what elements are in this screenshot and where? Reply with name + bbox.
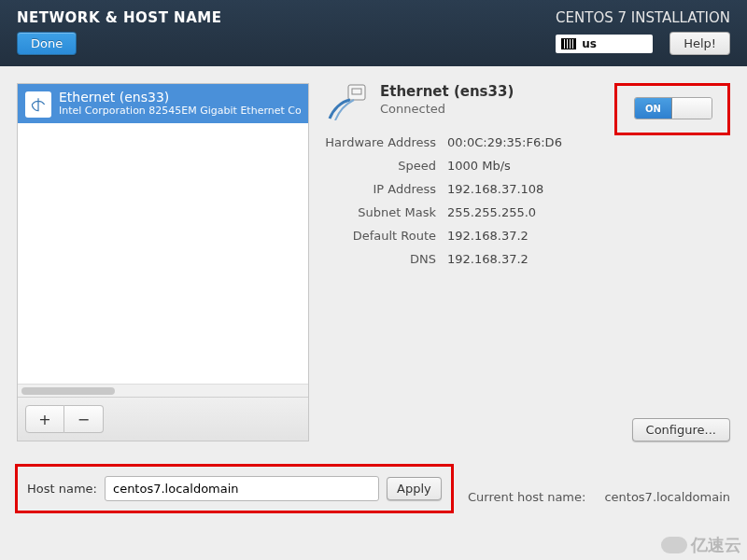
installer-title: CENTOS 7 INSTALLATION [556, 9, 730, 26]
network-device-list: Ethernet (ens33) Intel Corporation 82545… [17, 83, 309, 441]
detail-label: Subnet Mask [324, 205, 436, 219]
toggle-on-label: ON [635, 98, 672, 119]
keyboard-icon [561, 38, 576, 49]
detail-label: Default Route [324, 229, 436, 243]
done-button[interactable]: Done [17, 32, 77, 55]
ethernet-cable-icon [324, 83, 369, 120]
hardware-address-value: 00:0C:29:35:F6:D6 [447, 135, 730, 149]
interface-details: Hardware Address 00:0C:29:35:F6:D6 Speed… [324, 135, 730, 266]
speed-value: 1000 Mb/s [447, 159, 730, 173]
device-list-item[interactable]: Ethernet (ens33) Intel Corporation 82545… [18, 84, 308, 123]
ethernet-icon [25, 91, 51, 118]
hostname-label: Host name: [27, 482, 97, 496]
page-title: NETWORK & HOST NAME [17, 9, 221, 26]
device-item-name: Ethernet (ens33) [59, 90, 301, 105]
help-button[interactable]: Help! [669, 32, 730, 55]
svg-rect-0 [348, 85, 365, 100]
configure-button[interactable]: Configure... [632, 418, 730, 441]
hostname-section-highlight: Host name: Apply [15, 464, 454, 513]
apply-hostname-button[interactable]: Apply [387, 477, 442, 500]
detail-label: Speed [324, 159, 436, 173]
detail-label: IP Address [324, 182, 436, 196]
watermark: 亿速云 [661, 534, 741, 556]
keyboard-layout-text: us [582, 37, 597, 50]
watermark-text: 亿速云 [691, 534, 741, 556]
toggle-handle [672, 98, 712, 119]
default-route-value: 192.168.37.2 [447, 229, 730, 243]
dns-value: 192.168.37.2 [447, 252, 730, 266]
subnet-mask-value: 255.255.255.0 [447, 205, 730, 219]
detail-label: Hardware Address [324, 135, 436, 149]
horizontal-scrollbar[interactable] [18, 384, 308, 397]
interface-status: Connected [380, 102, 514, 116]
keyboard-layout-indicator[interactable]: us [556, 35, 653, 53]
current-hostname-label: Current host name: [468, 490, 585, 504]
connection-toggle[interactable]: ON [634, 97, 712, 119]
cloud-icon [661, 537, 687, 553]
header-bar: NETWORK & HOST NAME CENTOS 7 INSTALLATIO… [0, 0, 747, 66]
hostname-input[interactable] [105, 476, 379, 501]
interface-name: Ethernet (ens33) [380, 83, 514, 100]
ip-address-value: 192.168.37.108 [447, 182, 730, 196]
connection-toggle-highlight: ON [614, 83, 730, 135]
current-hostname-value: centos7.localdomain [604, 490, 730, 504]
detail-label: DNS [324, 252, 436, 266]
add-device-button[interactable]: + [25, 405, 64, 433]
device-item-desc: Intel Corporation 82545EM Gigabit Ethern… [59, 105, 301, 117]
remove-device-button[interactable]: − [64, 405, 104, 433]
